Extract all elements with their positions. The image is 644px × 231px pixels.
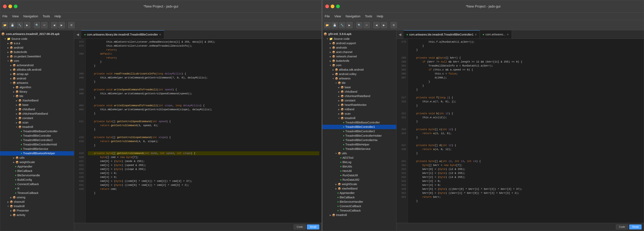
- tb-save-right[interactable]: 💾: [332, 22, 338, 28]
- sidebar-TreadmillBleController2[interactable]: ● TreadmillBleController2: [0, 138, 74, 142]
- sidebar-RunDataUtil-r[interactable]: ● RunDataUtil: [322, 173, 396, 178]
- sidebar-ble-r[interactable]: ▼ 📦 ble: [322, 81, 396, 85]
- tb-save-left[interactable]: 💾: [9, 22, 16, 28]
- sidebar-butterknife-r[interactable]: ▶ 📦 butterknife: [322, 59, 396, 63]
- tb-open-left[interactable]: 📂: [2, 22, 8, 28]
- sidebar-xiaoheiBand-r[interactable]: ▶ 📦 xiaoheiBand: [322, 186, 396, 191]
- right-tab-close-2[interactable]: ✕: [507, 33, 509, 36]
- sidebar-TreadmillBleControllerHolder-r[interactable]: ● TreadmillBleControllerHolder: [322, 134, 396, 138]
- sidebar-TreadmillBluetoothHelper[interactable]: ● TreadmillBluetoothHelper: [0, 151, 74, 156]
- sidebar-artiwares-r[interactable]: ▼ 📦 artiwares: [322, 76, 396, 81]
- sidebar-source-code-left[interactable]: ▼ 📁 Source code: [0, 36, 74, 41]
- tb-search-right[interactable]: 🔍: [356, 22, 362, 28]
- sidebar-com-r[interactable]: ▼ 📦 com: [322, 63, 396, 67]
- menu-help-left[interactable]: Help: [54, 14, 61, 18]
- sidebar-ConnectCallback-r[interactable]: ● ConnectCallback: [322, 204, 396, 209]
- menu-help-right[interactable]: Help: [377, 14, 383, 18]
- sidebar-HexUtil-r[interactable]: ● HexUtil: [322, 169, 396, 173]
- menu-tools-left[interactable]: Tools: [43, 14, 50, 18]
- tb-btn4-left[interactable]: ▶: [24, 22, 30, 28]
- sidebar-TimeoutCallback-r[interactable]: ● TimeoutCallback: [322, 209, 396, 213]
- sidebar-BleUtils-r[interactable]: ● BleUtils: [322, 164, 396, 169]
- right-code-btn-1[interactable]: Code: [616, 225, 628, 230]
- menu-navigation-right[interactable]: Navigation: [346, 14, 360, 18]
- sidebar-chituHeart[interactable]: ▶ 📦 chituHeartRateBand: [0, 112, 74, 116]
- menu-file-left[interactable]: File: [2, 14, 8, 18]
- menu-file-right[interactable]: File: [325, 14, 330, 18]
- sidebar-constant[interactable]: ▶ 📦 constant: [0, 116, 74, 120]
- tb-btn6-left[interactable]: ↩: [41, 22, 48, 28]
- menu-view-left[interactable]: View: [12, 14, 19, 18]
- sidebar-treadmill2[interactable]: ▼ 📦 treadmill: [0, 204, 74, 209]
- right-tab-nav-back[interactable]: ◀: [396, 30, 404, 39]
- sidebar-scan-r[interactable]: ▶ 📦 scan: [322, 112, 396, 116]
- sidebar-TreadmillBleBaseController-r[interactable]: ● TreadmillBleBaseController: [322, 120, 396, 125]
- sidebar-BleCallback-left[interactable]: ● BleCallback: [0, 169, 74, 173]
- sidebar-amap[interactable]: ▶ 📦 amap.api: [0, 72, 74, 76]
- sidebar-aaa[interactable]: ▶ 📦 a.a.a: [0, 41, 74, 45]
- sidebar-xiaoheiBand[interactable]: ▶ 📦 XiaoheiBand: [0, 98, 74, 103]
- sidebar-treadmill[interactable]: ▼ 📦 treadmill: [0, 125, 74, 129]
- sidebar-R-left[interactable]: ● R: [0, 186, 74, 191]
- sidebar-chituHeart-r[interactable]: ▶ 📦 chituHeartRateBand: [322, 94, 396, 98]
- sidebar-BleServiceHandler-r[interactable]: ● BleServiceHandler: [322, 200, 396, 204]
- sidebar-shareutil[interactable]: ▶ 📦 shareutil: [0, 200, 74, 204]
- close-button-right[interactable]: [325, 4, 329, 8]
- tb-btn3-right[interactable]: 🔧: [339, 22, 345, 28]
- minimize-button-left[interactable]: [8, 4, 12, 8]
- sidebar-activity[interactable]: ▶ 📦 activity: [0, 213, 74, 217]
- tb-btn9-right[interactable]: ⚙: [390, 22, 397, 28]
- sidebar-butterknife[interactable]: ▶ 📦 butterknife: [0, 50, 74, 54]
- sidebar-algorithm[interactable]: ▶ 📦 algorithm: [0, 85, 74, 89]
- right-active-tab-1[interactable]: ● com.artiwares.ble.treadmill.TreadmillB…: [404, 30, 480, 39]
- sidebar-TreadmillBleControllerHw-r[interactable]: ● TreadmillBleControllerHw: [322, 138, 396, 142]
- sidebar-TreadmillBleController1-r[interactable]: ● TreadmillBleController1: [322, 125, 396, 129]
- sidebar-cnpedant[interactable]: ▶ 📦 cn.pedant.SweetAlert: [0, 54, 74, 59]
- tb-back-left[interactable]: ◀: [51, 22, 57, 28]
- sidebar-alibaba[interactable]: ▶ 📦 alibaba.sdk.android: [0, 67, 74, 72]
- sidebar-com[interactable]: ▼ 📦 com: [0, 59, 74, 63]
- sidebar-AppHandler-r[interactable]: ● AppHandler: [322, 191, 396, 195]
- menu-tools-right[interactable]: Tools: [365, 14, 372, 18]
- tb-btn3-left[interactable]: 🔧: [17, 22, 23, 28]
- close-button-left[interactable]: [3, 4, 7, 8]
- sidebar-TreadmillBleService-r[interactable]: ● TreadmillBleService: [322, 147, 396, 151]
- menu-view-right[interactable]: View: [334, 14, 341, 18]
- sidebar-BleLog-r[interactable]: ● BleLog: [322, 160, 396, 164]
- sidebar-anet[interactable]: ▶ 📦 anet.channel: [322, 50, 396, 54]
- sidebar-alibaba-r[interactable]: ▶ 📦 alibaba.sdk.android: [322, 67, 396, 72]
- sidebar-AppHandler-left[interactable]: ● AppHandler: [0, 164, 74, 169]
- sidebar-TimeoutCallback-left[interactable]: ● TimeoutCallback: [0, 191, 74, 195]
- sidebar-umeng[interactable]: ▶ 📦 umeng: [0, 195, 74, 200]
- sidebar-ConnectCallback-left[interactable]: ● ConnectCallback: [0, 182, 74, 186]
- sidebar-treadmill-r[interactable]: ▼ 📦 treadmill: [322, 116, 396, 120]
- left-smali-btn[interactable]: Smali: [307, 225, 319, 230]
- sidebar-activeandroid[interactable]: ▶ 📦 activeandroid: [0, 63, 74, 67]
- sidebar-android[interactable]: ▶ 📦 android: [0, 45, 74, 50]
- sidebar-android-support[interactable]: ▶ 📦 android.support: [322, 41, 396, 45]
- left-code-btn[interactable]: Code: [294, 225, 306, 230]
- sidebar-RunDataUtil2-r[interactable]: ● RunDataUtil2: [322, 178, 396, 182]
- sidebar-weightScale-r[interactable]: ▶ 📦 weightScale: [322, 182, 396, 186]
- sidebar-TreadmillBleHelper-r[interactable]: ● TreadmillBleHelper: [322, 142, 396, 147]
- sidebar-chituBand[interactable]: ▶ 📦 chituBand: [0, 107, 74, 112]
- tb-back-right[interactable]: ◀: [373, 22, 380, 28]
- left-sidebar[interactable]: 📦 com.artiwares.treadmill_2017-08-29.apk…: [0, 30, 74, 231]
- sidebar-AESTool-r[interactable]: ● AESTool: [322, 156, 396, 160]
- sidebar-BleServiceHandle-left[interactable]: ● BleServiceHandle: [0, 173, 74, 178]
- sidebar-artiwares[interactable]: ▼ 📦 artiwares: [0, 81, 74, 85]
- sidebar-TreadmillBleBaseController[interactable]: ● TreadmillBleBaseController: [0, 129, 74, 134]
- left-tab-nav-back[interactable]: ◀: [74, 30, 81, 39]
- sidebar-heartRate-r[interactable]: ▶ 📦 heartRateMonitor: [322, 103, 396, 107]
- maximize-button-right[interactable]: [336, 4, 340, 8]
- sidebar-source-right[interactable]: ▼ 📁 Source code: [322, 36, 396, 41]
- right-smali-btn-1[interactable]: Smali: [629, 225, 642, 230]
- sidebar-BuildConfig-left[interactable]: ● BuildConfig: [0, 178, 74, 182]
- sidebar-ble[interactable]: ▼ 📦 ble: [0, 94, 74, 98]
- sidebar-android-volley[interactable]: ▶ 📦 android.volley: [322, 72, 396, 76]
- sidebar-miBand-r[interactable]: ▶ 📦 miBand: [322, 107, 396, 112]
- menu-navigation-left[interactable]: Navigation: [23, 14, 38, 18]
- sidebar-base-r[interactable]: ▶ 📦 base: [322, 85, 396, 89]
- tb-search-left[interactable]: 🔍: [34, 22, 40, 28]
- minimize-button-right[interactable]: [331, 4, 334, 8]
